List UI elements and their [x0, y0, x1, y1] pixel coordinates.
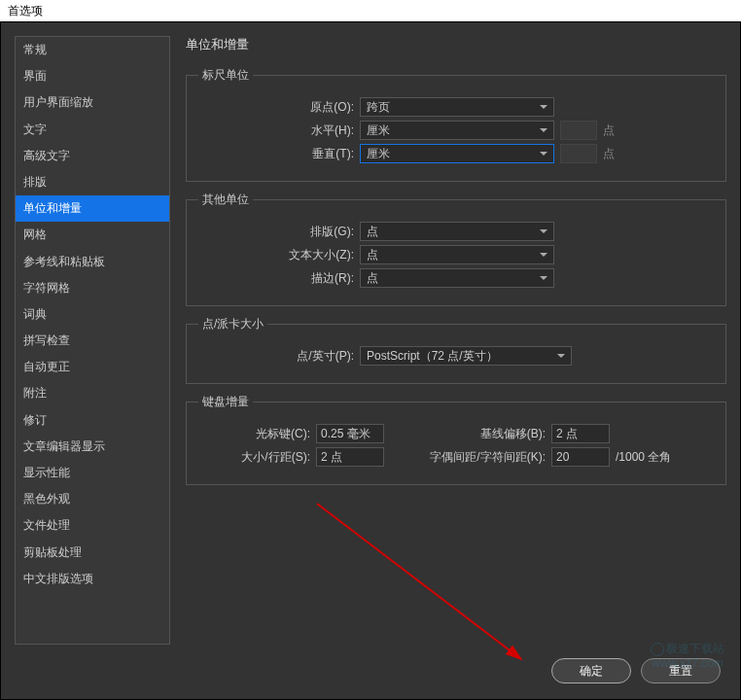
- sidebar-item-general[interactable]: 常规: [16, 37, 169, 63]
- ruler-units-legend: 标尺单位: [198, 67, 253, 84]
- size-leading-label: 大小/行距(S):: [198, 449, 310, 466]
- preferences-dialog: 常规 界面 用户界面缩放 文字 高级文字 排版 单位和增量 网格 参考线和粘贴板…: [0, 21, 741, 700]
- cancel-button[interactable]: 重置: [641, 658, 721, 683]
- vertical-select[interactable]: 厘米: [360, 144, 554, 163]
- sidebar-item-units[interactable]: 单位和增量: [16, 195, 169, 222]
- baseline-shift-input[interactable]: 2 点: [551, 424, 610, 443]
- sidebar-item-display[interactable]: 显示性能: [16, 460, 169, 486]
- other-units-legend: 其他单位: [198, 192, 253, 208]
- kerning-label: 字偶间距/字符间距(K):: [409, 449, 546, 466]
- stroke-label: 描边(R):: [198, 270, 354, 287]
- horizontal-custom-input: [560, 121, 597, 140]
- pica-size-group: 点/派卡大小 点/英寸(P): PostScript（72 点/英寸）: [186, 316, 726, 384]
- ruler-units-group: 标尺单位 原点(O): 跨页 水平(H): 厘米 点 垂直(T): 厘米 点: [186, 67, 726, 182]
- sidebar-item-cjk[interactable]: 中文排版选项: [16, 566, 169, 592]
- sidebar-item-char-grid[interactable]: 字符网格: [16, 275, 169, 301]
- cursor-key-label: 光标键(C):: [198, 426, 310, 442]
- stroke-select[interactable]: 点: [360, 268, 554, 288]
- sidebar-item-type[interactable]: 文字: [16, 117, 169, 143]
- sidebar-item-composition[interactable]: 排版: [16, 169, 169, 195]
- text-size-select[interactable]: 点: [360, 245, 554, 264]
- other-units-group: 其他单位 排版(G): 点 文本大小(Z): 点 描边(R): 点: [186, 192, 726, 306]
- points-per-inch-label: 点/英寸(P):: [198, 348, 354, 365]
- keyboard-increments-legend: 键盘增量: [198, 394, 253, 410]
- sidebar-item-storyeditor[interactable]: 文章编辑器显示: [16, 434, 169, 460]
- sidebar-item-ui[interactable]: 界面: [16, 63, 169, 89]
- pica-size-legend: 点/派卡大小: [198, 316, 267, 332]
- kerning-unit: /1000 全角: [616, 449, 671, 466]
- sidebar-item-guides[interactable]: 参考线和粘贴板: [16, 249, 169, 275]
- content-panel: 单位和增量 标尺单位 原点(O): 跨页 水平(H): 厘米 点 垂直(T): …: [186, 36, 726, 645]
- sidebar-item-dictionary[interactable]: 词典: [16, 301, 169, 328]
- sidebar-item-spelling[interactable]: 拼写检查: [16, 328, 169, 354]
- sidebar-item-ui-scale[interactable]: 用户界面缩放: [16, 89, 169, 116]
- keyboard-increments-group: 键盘增量 光标键(C): 0.25 毫米 基线偏移(B): 2 点 大小/行距(…: [186, 394, 726, 485]
- sidebar-item-black[interactable]: 黑色外观: [16, 486, 169, 512]
- horizontal-label: 水平(H):: [198, 122, 354, 139]
- sidebar-item-track[interactable]: 修订: [16, 407, 169, 434]
- text-size-label: 文本大小(Z):: [198, 247, 354, 263]
- typesetting-label: 排版(G):: [198, 224, 354, 240]
- typesetting-select[interactable]: 点: [360, 222, 554, 241]
- horizontal-suffix: 点: [603, 122, 622, 139]
- vertical-custom-input: [560, 144, 597, 163]
- sidebar-item-autocorrect[interactable]: 自动更正: [16, 354, 169, 380]
- sidebar-item-grids[interactable]: 网格: [16, 222, 169, 248]
- sidebar-item-adv-type[interactable]: 高级文字: [16, 143, 169, 169]
- window-title: 首选项: [0, 0, 741, 21]
- cursor-key-input[interactable]: 0.25 毫米: [316, 424, 384, 443]
- panel-title: 单位和增量: [186, 36, 726, 53]
- kerning-input[interactable]: 20: [551, 447, 610, 467]
- size-leading-input[interactable]: 2 点: [316, 447, 384, 467]
- sidebar-item-clipboard[interactable]: 剪贴板处理: [16, 540, 169, 566]
- category-sidebar: 常规 界面 用户界面缩放 文字 高级文字 排版 单位和增量 网格 参考线和粘贴板…: [15, 36, 170, 645]
- vertical-suffix: 点: [603, 146, 622, 162]
- horizontal-select[interactable]: 厘米: [360, 121, 554, 140]
- vertical-label: 垂直(T):: [198, 146, 354, 162]
- ok-button[interactable]: 确定: [551, 658, 631, 683]
- points-per-inch-select[interactable]: PostScript（72 点/英寸）: [360, 346, 572, 366]
- dialog-buttons: 确定 重置 极速下载站 www.xz7.com: [1, 658, 740, 699]
- sidebar-item-notes[interactable]: 附注: [16, 380, 169, 406]
- origin-label: 原点(O):: [198, 99, 354, 116]
- origin-select[interactable]: 跨页: [360, 97, 554, 117]
- baseline-shift-label: 基线偏移(B):: [409, 426, 546, 442]
- sidebar-item-filehandle[interactable]: 文件处理: [16, 512, 169, 539]
